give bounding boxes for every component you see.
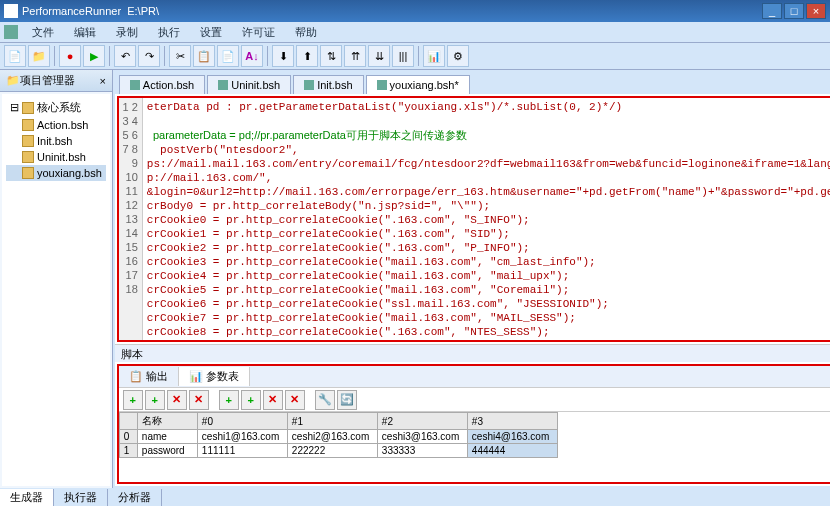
bottom-panel: 📋输出 📊参数表 + + ✕ ✕ + + ✕ ✕ 🔧 🔄 [117,364,830,484]
menubar: 文件 编辑 录制 执行 设置 许可证 帮助 [0,22,830,42]
maximize-button[interactable]: □ [784,3,804,19]
tool-btn-14[interactable]: ⇈ [344,45,366,67]
editor-tabbar: Action.bsh Uninit.bsh Init.bsh youxiang.… [115,72,830,94]
menu-edit[interactable]: 编辑 [68,23,102,42]
app-icon [4,4,18,18]
close-button[interactable]: × [806,3,826,19]
app-menu-icon [4,25,18,39]
col-0[interactable]: #0 [197,413,287,430]
minimize-button[interactable]: _ [762,3,782,19]
tool-btn-8[interactable]: 📋 [193,45,215,67]
table-row[interactable]: 0 name ceshi1@163.com ceshi2@163.com ces… [119,430,557,444]
tab-action[interactable]: Action.bsh [119,75,205,94]
param-toolbar: + + ✕ ✕ + + ✕ ✕ 🔧 🔄 [119,388,830,412]
tool-btn-13[interactable]: ⇅ [320,45,342,67]
tool-btn-10[interactable]: A↓ [241,45,263,67]
tool-btn-2[interactable]: 📁 [28,45,50,67]
col-1[interactable]: #1 [287,413,377,430]
tool-btn-11[interactable]: ⬇ [272,45,294,67]
menu-record[interactable]: 录制 [110,23,144,42]
menu-help[interactable]: 帮助 [289,23,323,42]
tree-item-init[interactable]: Init.bsh [6,133,106,149]
record-button[interactable]: ● [59,45,81,67]
param-tool-b[interactable]: 🔄 [337,390,357,410]
titlebar: PerformanceRunner E:\PR\ _ □ × [0,0,830,22]
tool-btn-12[interactable]: ⬆ [296,45,318,67]
param-add-row2[interactable]: + [219,390,239,410]
tool-btn-16[interactable]: ||| [392,45,414,67]
col-3[interactable]: #3 [467,413,557,430]
generator-tab[interactable]: 生成器 [0,489,54,506]
menu-execute[interactable]: 执行 [152,23,186,42]
analyzer-tab[interactable]: 分析器 [108,489,162,506]
tab-youxiang[interactable]: youxiang.bsh* [366,75,470,94]
param-add-col2[interactable]: + [241,390,261,410]
panel-close-icon[interactable]: × [99,75,105,87]
tool-btn-17[interactable]: 📊 [423,45,445,67]
title-text: PerformanceRunner E:\PR\ [22,5,762,17]
tree-item-action[interactable]: Action.bsh [6,117,106,133]
param-del-col2[interactable]: ✕ [285,390,305,410]
line-gutter: 1 2 3 4 5 6 7 8 9 10 11 12 13 14 15 16 1… [119,98,143,340]
tool-btn-18[interactable]: ⚙ [447,45,469,67]
tool-btn-15[interactable]: ⇊ [368,45,390,67]
project-tree: ⊟核心系统 Action.bsh Init.bsh Uninit.bsh you… [2,94,110,486]
tool-btn-1[interactable]: 📄 [4,45,26,67]
param-add-col[interactable]: + [145,390,165,410]
tree-item-youxiang[interactable]: youxiang.bsh [6,165,106,181]
col-2[interactable]: #2 [377,413,467,430]
tab-init[interactable]: Init.bsh [293,75,363,94]
param-del-row2[interactable]: ✕ [263,390,283,410]
play-button[interactable]: ▶ [83,45,105,67]
tool-btn-5[interactable]: ↶ [114,45,136,67]
tool-btn-7[interactable]: ✂ [169,45,191,67]
script-subtab[interactable]: 脚本 [115,344,830,362]
project-panel-title: 项目管理器 [20,73,75,88]
param-table[interactable]: 名称 #0 #1 #2 #3 0 name ceshi1@163.com ces… [119,412,830,482]
col-idx [119,413,137,430]
params-tab[interactable]: 📊参数表 [179,367,250,386]
menu-license[interactable]: 许可证 [236,23,281,42]
code-editor[interactable]: 1 2 3 4 5 6 7 8 9 10 11 12 13 14 15 16 1… [117,96,830,342]
tool-btn-6[interactable]: ↷ [138,45,160,67]
executor-tab[interactable]: 执行器 [54,489,108,506]
editor-panel: Action.bsh Uninit.bsh Init.bsh youxiang.… [115,72,830,486]
folder-icon: 📁 [6,74,20,87]
col-name[interactable]: 名称 [137,413,197,430]
toolbar: 📄 📁 ● ▶ ↶ ↷ ✂ 📋 📄 A↓ ⬇ ⬆ ⇅ ⇈ ⇊ ||| 📊 ⚙ [0,42,830,70]
project-panel-header: 📁 项目管理器 × [0,70,112,92]
param-add-row[interactable]: + [123,390,143,410]
code-content[interactable]: eterData pd : pr.getParameterDataList("y… [143,98,830,340]
tree-item-uninit[interactable]: Uninit.bsh [6,149,106,165]
param-tool-a[interactable]: 🔧 [315,390,335,410]
menu-settings[interactable]: 设置 [194,23,228,42]
table-row[interactable]: 1 password 111111 222222 333333 444444 [119,444,557,458]
workspace-tabs: 生成器 执行器 分析器 [0,488,830,506]
output-tab[interactable]: 📋输出 [119,367,179,386]
param-del-row[interactable]: ✕ [167,390,187,410]
project-panel: 📁 项目管理器 × ⊟核心系统 Action.bsh Init.bsh Unin… [0,70,113,488]
tool-btn-9[interactable]: 📄 [217,45,239,67]
tab-uninit[interactable]: Uninit.bsh [207,75,291,94]
tree-root[interactable]: ⊟核心系统 [6,98,106,117]
param-del-col[interactable]: ✕ [189,390,209,410]
menu-file[interactable]: 文件 [26,23,60,42]
